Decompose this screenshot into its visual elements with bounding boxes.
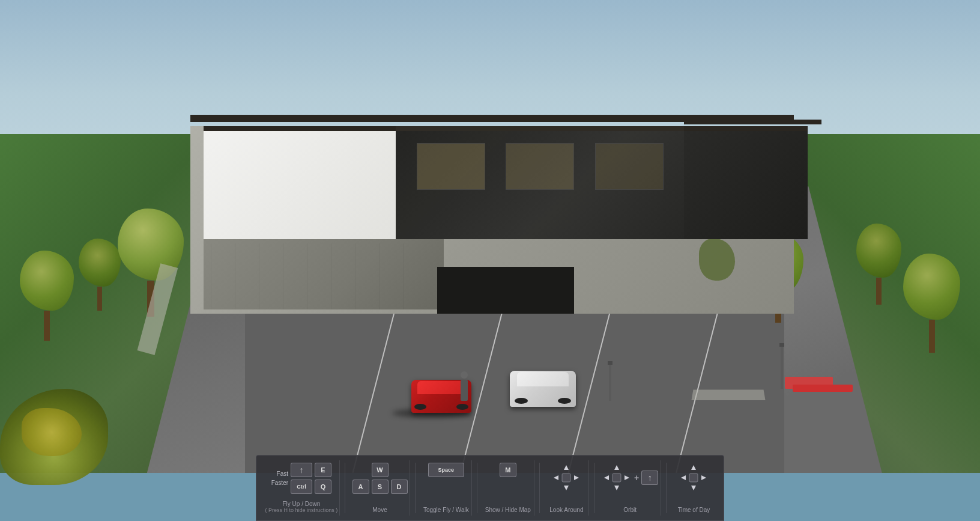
orbit-label: Orbit [623,507,637,513]
person-figure [461,380,468,401]
hud-move-keys: W A S D [352,463,408,504]
m-key[interactable]: M [500,463,516,477]
tree-left-1 [20,251,74,341]
hud-panel: Fast Faster ↑ Ctrl E Q Fly Up / Down ( P… [256,455,724,521]
light-pole-2 [779,343,784,389]
orbit-plus: + [634,473,639,483]
w-key[interactable]: W [372,463,389,477]
divider-1 [345,463,345,513]
orbit-up-key[interactable]: ↑ [641,471,658,485]
car-white [510,371,576,407]
hud-look-section: Look Around [544,460,589,516]
svg-marker-17 [681,475,686,480]
fast-label: Fast [277,471,288,477]
divider-4 [539,463,540,513]
svg-rect-4 [562,474,570,482]
look-label: Look Around [549,507,583,513]
fly-label: Fly Up / Down [282,501,320,507]
divider-5 [594,463,594,513]
hud-orbit-keys: + ↑ [602,463,658,504]
svg-marker-16 [691,486,696,490]
hide-instruction: ( Press H to hide instructions ) [265,507,338,513]
tree-right-2 [856,224,901,305]
fly-walk-label: Toggle Fly / Walk [423,507,469,513]
arrow-up-key[interactable]: ↑ [291,463,312,477]
svg-rect-14 [689,474,698,482]
svg-marker-12 [604,475,609,480]
hud-fly-walk-section: Space Toggle Fly / Walk [420,460,472,516]
svg-rect-9 [612,474,621,482]
svg-marker-7 [554,475,558,480]
pathway-right [691,390,765,400]
hud-time-keys [679,463,709,504]
svg-marker-10 [614,465,619,470]
look-around-icon [551,463,581,493]
s-key[interactable]: S [372,480,389,494]
hud-orbit-section: + ↑ Orbit [599,460,661,516]
d-key[interactable]: D [391,480,408,494]
a-key[interactable]: A [352,480,369,494]
tree-right-1 [903,254,960,353]
ctrl-key[interactable]: Ctrl [291,480,312,494]
hud-map-section: M Show / Hide Map [482,460,534,516]
hud-map-keys: M [500,463,516,504]
svg-marker-8 [574,475,579,480]
svg-marker-15 [691,465,696,470]
move-label: Move [372,507,387,513]
3d-viewport[interactable]: Fast Faster ↑ Ctrl E Q Fly Up / Down ( P… [0,0,980,521]
hud-look-keys [551,463,581,504]
svg-marker-13 [625,475,629,480]
hud-fly-keys: Fast Faster ↑ Ctrl E Q [271,463,331,498]
space-key[interactable]: Space [428,463,464,477]
outdoor-table [793,385,853,392]
divider-6 [666,463,667,513]
light-pole-1 [608,361,612,401]
tree-left-2 [79,239,121,311]
svg-marker-18 [701,475,706,480]
divider-3 [477,463,477,513]
time-of-day-icon [679,463,709,493]
divider-2 [415,463,416,513]
map-label: Show / Hide Map [485,507,531,513]
hud-time-section: Time of Day [671,460,716,516]
q-key[interactable]: Q [315,480,331,494]
svg-marker-11 [614,486,619,490]
svg-marker-5 [564,465,569,470]
tree-bg-right [699,239,735,281]
hud-fly-section: Fast Faster ↑ Ctrl E Q Fly Up / Down ( P… [264,460,340,516]
faster-label: Faster [271,480,288,486]
hud-move-section: W A S D Move [350,460,411,516]
orbit-icon [602,463,632,493]
hud-fly-walk-keys: Space [428,463,464,504]
svg-marker-6 [564,486,569,490]
time-label: Time of Day [678,507,710,513]
e-key[interactable]: E [315,463,331,477]
